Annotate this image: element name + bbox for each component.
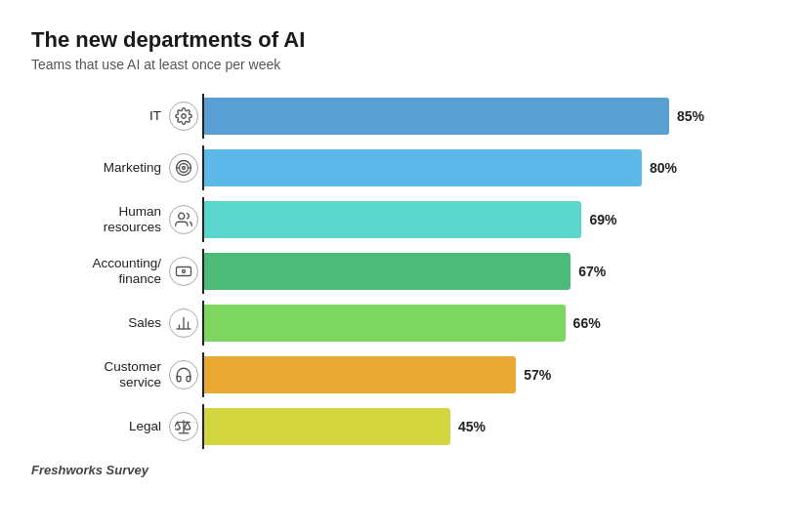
chart-footer: Freshworks Survey	[31, 463, 772, 477]
bar-percent: 69%	[589, 212, 616, 227]
bar-icon	[169, 360, 198, 389]
bar-percent: 45%	[458, 419, 486, 434]
chart-area: IT85%Marketing80%Humanresources69%Accoun…	[31, 94, 772, 449]
bar-fill	[204, 356, 516, 393]
bar-row: Marketing80%	[31, 145, 772, 190]
bar-percent: 66%	[573, 315, 601, 331]
bar-label: Humanresources	[104, 204, 161, 235]
bar-percent: 57%	[524, 367, 551, 383]
bar-fill	[204, 305, 566, 342]
bar-fill	[204, 408, 450, 445]
bar-icon	[169, 412, 198, 441]
bar-fill	[204, 149, 642, 186]
bar-label: Sales	[128, 315, 161, 331]
bar-label: Legal	[129, 419, 161, 434]
bar-label: Accounting/finance	[92, 256, 161, 287]
svg-point-0	[182, 114, 187, 119]
bar-icon	[169, 102, 198, 131]
bar-icon	[169, 308, 198, 338]
bar-fill	[204, 98, 669, 135]
bar-fill	[204, 253, 571, 290]
bar-container: 69%	[204, 201, 772, 238]
svg-point-3	[183, 167, 186, 170]
bar-container: 85%	[204, 98, 772, 135]
svg-rect-7	[177, 267, 191, 276]
bar-icon	[169, 153, 198, 183]
svg-point-8	[183, 270, 186, 273]
chart-title: The new departments of AI	[31, 27, 772, 53]
bar-row: Legal45%	[31, 404, 772, 449]
bar-container: 67%	[204, 253, 772, 290]
bar-row: Accounting/finance67%	[31, 249, 772, 294]
bar-label: IT	[149, 108, 161, 124]
bar-row: Humanresources69%	[31, 197, 772, 242]
bar-label: Customerservice	[104, 359, 161, 390]
bar-icon	[169, 205, 198, 234]
bar-percent: 67%	[578, 264, 606, 279]
bar-percent: 80%	[650, 160, 677, 176]
bar-container: 45%	[204, 408, 772, 445]
bar-container: 80%	[204, 149, 772, 186]
bar-label: Marketing	[104, 160, 161, 176]
bar-row: Sales66%	[31, 301, 772, 346]
svg-point-6	[179, 213, 185, 219]
chart-subtitle: Teams that use AI at least once per week	[31, 57, 772, 72]
bar-row: Customerservice57%	[31, 352, 772, 397]
bar-percent: 85%	[677, 108, 704, 124]
bar-container: 57%	[204, 356, 772, 393]
bar-fill	[204, 201, 581, 238]
bar-container: 66%	[204, 305, 772, 342]
bar-icon	[169, 257, 198, 286]
bar-row: IT85%	[31, 94, 772, 139]
svg-point-2	[180, 164, 189, 173]
